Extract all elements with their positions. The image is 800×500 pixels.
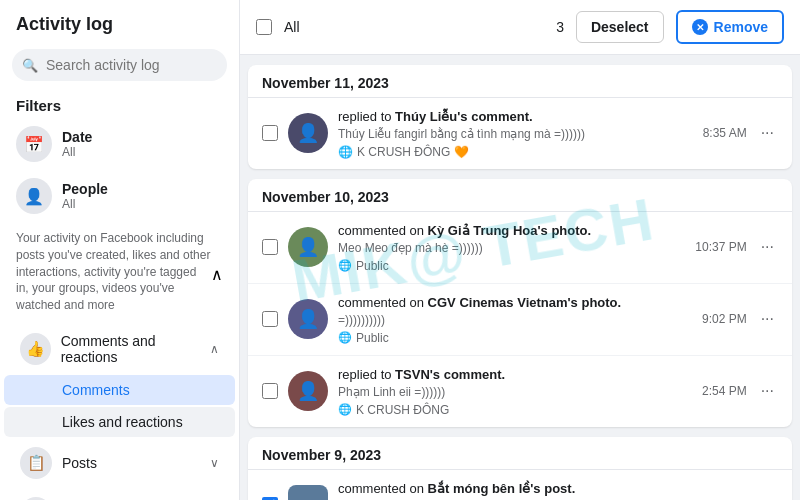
people-icon: 👤 [16, 178, 52, 214]
people-filter-sub: All [62, 197, 108, 211]
avatar-5: 👥 [288, 485, 328, 500]
item-text-4: replied to TSVN's comment. [338, 366, 692, 384]
item-time-2: 10:37 PM [695, 240, 746, 254]
item-count: 3 [556, 19, 564, 35]
people-filter[interactable]: 👤 People All [0, 170, 239, 222]
item-subtext-1: Thúy Liễu fangirl bằng cả tình mạng mà =… [338, 126, 693, 143]
sidebar-title: Activity log [0, 0, 239, 43]
deselect-button[interactable]: Deselect [576, 11, 664, 43]
activity-section: Your activity on Facebook including post… [0, 222, 239, 324]
collapse-icon[interactable]: ∧ [211, 265, 223, 284]
item-badge-3: 🌐 Public [338, 331, 692, 345]
activity-item-4: 👤 replied to TSVN's comment. Phạm Linh e… [248, 356, 792, 427]
activity-item-5: 👥 commented on Bắt móng bên lề's post. n… [248, 470, 792, 500]
item-time-4: 2:54 PM [702, 384, 747, 398]
all-label: All [284, 19, 544, 35]
item-subtext-2: Meo Meo đẹp mà hè =)))))) [338, 240, 685, 257]
item-action-1: replied to Thúy Liễu's comment. [338, 109, 533, 124]
nav-item-tagged[interactable]: 🏷 Activity you're tagged in ∨ [4, 489, 235, 500]
main-content: All 3 Deselect ✕ Remove November 11, 202… [240, 0, 800, 500]
posts-icon: 📋 [20, 447, 52, 479]
item-checkbox-4[interactable] [262, 383, 278, 399]
remove-x-icon: ✕ [692, 19, 708, 35]
globe-icon-3: 🌐 [338, 331, 352, 344]
more-options-1[interactable]: ··· [757, 124, 778, 142]
item-time-1: 8:35 AM [703, 126, 747, 140]
nav-item-posts[interactable]: 📋 Posts ∨ [4, 439, 235, 487]
avatar-1: 👤 [288, 113, 328, 153]
globe-icon-4: 🌐 [338, 403, 352, 416]
nav-label-comments-reactions: Comments and reactions [61, 333, 210, 365]
item-text-3: commented on CGV Cinemas Vietnam's photo… [338, 294, 692, 312]
people-filter-label: People [62, 181, 108, 197]
item-checkbox-3[interactable] [262, 311, 278, 327]
sidebar: Activity log 🔍 Filters 📅 Date All 👤 Peop… [0, 0, 240, 500]
item-text-1: replied to Thúy Liễu's comment. [338, 108, 693, 126]
activity-item-3: 👤 commented on CGV Cinemas Vietnam's pho… [248, 284, 792, 356]
item-text-2: commented on Kỳ Giả Trung Hoa's photo. [338, 222, 685, 240]
date-group-nov11: November 11, 2023 👤 replied to Thúy Liễu… [248, 65, 792, 169]
chevron-down-icon: ∨ [210, 456, 219, 470]
more-options-4[interactable]: ··· [757, 382, 778, 400]
item-time-3: 9:02 PM [702, 312, 747, 326]
date-header-nov10: November 10, 2023 [248, 179, 792, 212]
search-icon: 🔍 [22, 58, 38, 73]
nav-label-posts: Posts [62, 455, 97, 471]
date-filter-label: Date [62, 129, 92, 145]
calendar-icon: 📅 [16, 126, 52, 162]
item-checkbox-1[interactable] [262, 125, 278, 141]
date-filter-sub: All [62, 145, 92, 159]
globe-icon-2: 🌐 [338, 259, 352, 272]
chevron-up-icon: ∧ [210, 342, 219, 356]
avatar-3: 👤 [288, 299, 328, 339]
nav-subitem-likes[interactable]: Likes and reactions [4, 407, 235, 437]
search-bar: 🔍 [12, 49, 227, 81]
avatar-2: 👤 [288, 227, 328, 267]
date-group-nov10: November 10, 2023 👤 commented on Kỳ Giả … [248, 179, 792, 427]
filters-label: Filters [0, 91, 239, 118]
item-subtext-4: Phạm Linh eii =)))))) [338, 384, 692, 401]
date-header-nov9: November 9, 2023 [248, 437, 792, 470]
remove-label: Remove [714, 19, 768, 35]
date-filter[interactable]: 📅 Date All [0, 118, 239, 170]
item-badge-4: 🌐 K CRUSH ĐÔNG [338, 403, 692, 417]
item-checkbox-2[interactable] [262, 239, 278, 255]
more-options-3[interactable]: ··· [757, 310, 778, 328]
avatar-4: 👤 [288, 371, 328, 411]
item-subtext-3: =)))))))))) [338, 312, 692, 329]
item-text-5: commented on Bắt móng bên lề's post. [338, 480, 692, 498]
more-options-2[interactable]: ··· [757, 238, 778, 256]
item-badge-1: 🌐 K CRUSH ĐÔNG 🧡 [338, 145, 693, 159]
remove-button[interactable]: ✕ Remove [676, 10, 784, 44]
globe-icon-1: 🌐 [338, 145, 353, 159]
activity-item-2: 👤 commented on Kỳ Giả Trung Hoa's photo.… [248, 212, 792, 284]
nav-item-comments-reactions[interactable]: 👍 Comments and reactions ∧ [4, 325, 235, 373]
top-bar: All 3 Deselect ✕ Remove [240, 0, 800, 55]
date-group-nov9: November 9, 2023 👥 commented on Bắt móng… [248, 437, 792, 500]
nav-subitem-comments[interactable]: Comments [4, 375, 235, 405]
activity-item: 👤 replied to Thúy Liễu's comment. Thúy L… [248, 98, 792, 169]
more-options-5[interactable]: ··· [757, 496, 778, 500]
search-input[interactable] [12, 49, 227, 81]
thumbs-up-icon: 👍 [20, 333, 51, 365]
date-header-nov11: November 11, 2023 [248, 65, 792, 98]
activity-desc: Your activity on Facebook including post… [16, 230, 211, 314]
select-all-checkbox[interactable] [256, 19, 272, 35]
item-badge-2: 🌐 Public [338, 259, 685, 273]
